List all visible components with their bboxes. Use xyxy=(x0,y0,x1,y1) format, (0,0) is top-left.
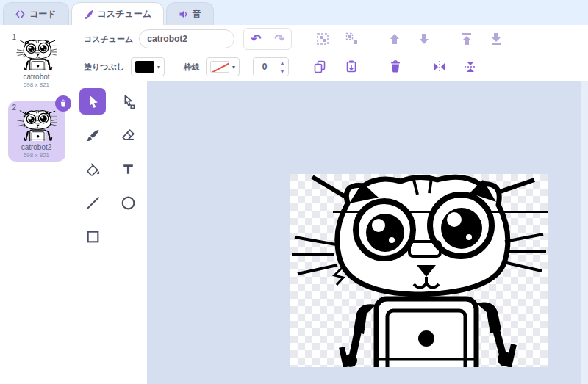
group-icon xyxy=(316,32,329,46)
trash-icon xyxy=(59,99,68,108)
paint-canvas[interactable] xyxy=(147,81,588,384)
chevron-down-icon: ▾ xyxy=(232,64,235,70)
tool-select[interactable] xyxy=(79,88,106,115)
outline-label: 枠線 xyxy=(184,62,200,73)
stepper-down-button[interactable]: ▼ xyxy=(276,67,288,76)
arrow-up-icon xyxy=(388,32,401,46)
tab-costumes[interactable]: コスチューム xyxy=(71,2,164,25)
trash-icon xyxy=(388,59,403,74)
costume-item-catrobot[interactable]: 1 catrobot 598 x 821 xyxy=(8,31,65,91)
tab-code[interactable]: コード xyxy=(3,2,69,25)
arrow-down-icon xyxy=(417,32,431,46)
vertical-scrollbar[interactable] xyxy=(581,81,588,384)
costume-name: catrobot2 xyxy=(11,143,62,151)
costume-name-input[interactable] xyxy=(139,29,234,48)
reshape-icon xyxy=(121,94,136,109)
redo-icon: ↷ xyxy=(274,33,284,46)
delete-button[interactable] xyxy=(383,55,408,79)
costume-artwork-catrobot2 xyxy=(290,174,548,367)
costume-stage[interactable] xyxy=(290,174,548,367)
rectangle-icon xyxy=(85,229,101,244)
toolbar-row-1: コスチューム ↶ ↷ xyxy=(74,25,588,53)
ungroup-icon xyxy=(345,32,359,46)
fill-label: 塗りつぶし xyxy=(84,62,125,73)
fill-color-picker[interactable]: ▾ xyxy=(131,57,165,76)
undo-redo-group: ↶ ↷ xyxy=(243,28,292,50)
costume-size: 598 x 821 xyxy=(11,81,62,88)
stroke-width-stepper: ▲ ▼ xyxy=(276,58,288,76)
tool-rectangle[interactable] xyxy=(79,223,106,250)
costume-name-label: コスチューム xyxy=(84,34,133,45)
tab-costumes-label: コスチューム xyxy=(98,8,151,21)
send-to-back-button[interactable] xyxy=(484,29,508,49)
chevron-down-icon: ▾ xyxy=(157,64,160,70)
bring-to-front-button[interactable] xyxy=(455,29,478,49)
select-cursor-icon xyxy=(85,94,101,109)
flip-horizontal-button[interactable] xyxy=(427,55,452,79)
paste-icon xyxy=(344,59,359,74)
tool-palette xyxy=(74,81,147,384)
line-icon xyxy=(85,195,101,211)
code-icon xyxy=(15,10,25,19)
flip-vertical-icon xyxy=(463,59,478,74)
paint-editor: コスチューム ↶ ↷ xyxy=(74,25,588,384)
redo-button[interactable]: ↷ xyxy=(268,29,291,49)
copy-icon xyxy=(313,59,328,74)
tab-sounds-label: 音 xyxy=(193,8,201,21)
costume-index: 2 xyxy=(12,104,17,112)
fill-color-swatch xyxy=(135,61,154,73)
tab-sounds[interactable]: 音 xyxy=(166,2,214,25)
stepper-up-button[interactable]: ▲ xyxy=(276,58,288,67)
arrow-up-to-bar-icon xyxy=(460,32,473,46)
toolbar-row-2: 塗りつぶし ▾ 枠線 ▾ ▲ ▼ xyxy=(74,53,588,81)
costume-size: 598 x 821 xyxy=(11,152,62,159)
undo-icon: ↶ xyxy=(251,33,261,46)
costume-list: 1 catrobot 598 x 821 2 catrobot2 598 x 8… xyxy=(0,25,74,384)
stroke-width-control: ▲ ▼ xyxy=(253,57,289,76)
arrow-down-to-bar-icon xyxy=(490,32,503,46)
costume-item-catrobot2[interactable]: 2 catrobot2 598 x 821 xyxy=(8,101,65,162)
undo-button[interactable]: ↶ xyxy=(244,29,268,49)
paint-area xyxy=(74,81,588,384)
ungroup-button[interactable] xyxy=(340,29,364,49)
tool-line[interactable] xyxy=(79,189,106,216)
tool-fill[interactable] xyxy=(79,156,106,182)
fill-bucket-icon xyxy=(85,162,101,177)
send-backward-button[interactable] xyxy=(412,29,436,49)
costume-brush-icon xyxy=(84,10,93,19)
outline-color-swatch xyxy=(210,61,229,73)
flip-vertical-button[interactable] xyxy=(458,55,483,79)
tool-text[interactable] xyxy=(115,156,141,182)
text-icon xyxy=(121,162,136,177)
sound-speaker-icon xyxy=(179,10,188,19)
stroke-width-input[interactable] xyxy=(254,58,276,76)
delete-costume-button[interactable] xyxy=(55,95,71,112)
costume-name: catrobot xyxy=(11,73,62,81)
tool-reshape[interactable] xyxy=(115,88,141,115)
circle-icon xyxy=(121,195,136,211)
eraser-icon xyxy=(121,128,136,143)
costume-thumbnail xyxy=(15,110,58,141)
tool-brush[interactable] xyxy=(79,122,106,148)
brush-icon xyxy=(85,128,101,143)
outline-color-picker[interactable]: ▾ xyxy=(206,57,240,76)
scratch-costume-editor: コード コスチューム 音 1 catrobot 598 x 821 xyxy=(0,0,588,384)
tab-bar: コード コスチューム 音 xyxy=(0,0,588,25)
tab-code-label: コード xyxy=(29,8,57,21)
copy-button[interactable] xyxy=(308,55,333,79)
costume-index: 1 xyxy=(12,33,17,41)
group-button[interactable] xyxy=(311,29,334,49)
tool-eraser[interactable] xyxy=(115,122,141,148)
tool-circle[interactable] xyxy=(115,189,141,216)
costume-thumbnail xyxy=(15,40,58,70)
bring-forward-button[interactable] xyxy=(383,29,406,49)
flip-horizontal-icon xyxy=(432,59,447,74)
paste-button[interactable] xyxy=(339,55,364,79)
